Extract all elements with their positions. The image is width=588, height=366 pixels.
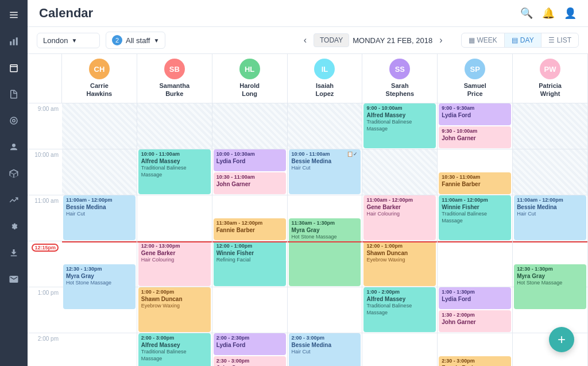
appt-bessie-patricia[interactable]: 11:00am - 12:00pm Bessie Medina Hair Cut	[514, 195, 586, 240]
cell-3-11[interactable]: 11:30am - 1:30pm Myra Gray Hot Stone Mas…	[288, 195, 362, 241]
calendar-container[interactable]: CH CarrieHawkins SB SamanthaBurke HL Har…	[28, 54, 588, 366]
box-icon[interactable]	[6, 165, 22, 182]
circle-icon[interactable]	[6, 113, 22, 129]
appt-gene-sarah[interactable]: 11:00am - 12:00pm Gene Barker Hair Colou…	[363, 195, 436, 240]
location-selector[interactable]: London ▼	[37, 33, 100, 48]
mail-icon[interactable]	[6, 271, 22, 287]
today-button[interactable]: TODAY	[314, 33, 349, 47]
cell-4-1[interactable]: 1:00 - 2:00pm Alfred Massey Traditional …	[362, 287, 437, 333]
appt-winnie-harold[interactable]: 12:00 - 1:00pm Winnie Fisher Refining Fa…	[214, 241, 286, 286]
cell-1-11[interactable]	[137, 195, 212, 241]
add-appointment-fab[interactable]: +	[549, 327, 574, 352]
grid-col-isaiah: 10:00 - 11:00am Bessie Medina Hair Cut 📋…	[288, 103, 363, 366]
day-view-button[interactable]: ▤ DAY	[505, 33, 541, 47]
appt-lydia-harold-2[interactable]: 2:00 - 2:30pm Lydia Ford	[214, 333, 286, 355]
cell-3-10[interactable]: 10:00 - 11:00am Bessie Medina Hair Cut 📋…	[288, 149, 362, 195]
grid-col-patricia: 11:00am - 12:00pm Bessie Medina Hair Cut…	[513, 103, 588, 366]
cell-6-11[interactable]: 11:00am - 12:00pm Bessie Medina Hair Cut	[513, 195, 587, 241]
appt-winnie-samuel[interactable]: 11:00am - 12:00pm Winnie Fisher Traditio…	[439, 195, 511, 240]
avatar-isaiah: IL	[314, 59, 335, 79]
cell-2-1[interactable]	[212, 287, 287, 333]
download-icon[interactable]	[6, 245, 22, 261]
appt-myra-isaiah[interactable]: 11:30am - 1:30pm Myra Gray Hot Stone Mas…	[289, 218, 361, 286]
date-navigation: ‹ TODAY MONDAY 21 FEB, 2018 ›	[300, 33, 446, 47]
cell-2-9[interactable]	[212, 103, 287, 149]
current-date-label: MONDAY 21 FEB, 2018	[353, 36, 432, 45]
receipt-icon[interactable]	[6, 86, 22, 102]
appt-shawn-samantha[interactable]: 1:00 - 2:00pm Shawn Duncan Eyebrow Waxin…	[138, 287, 211, 332]
bell-icon[interactable]: 🔔	[542, 7, 555, 20]
next-date-button[interactable]: ›	[436, 34, 446, 47]
cell-6-9[interactable]	[513, 103, 587, 149]
cell-5-1[interactable]: 1:00 - 1:30pm Lydia Ford 1:30 - 2:00pm J…	[438, 287, 512, 333]
appt-lydia-samuel-1[interactable]: 1:00 - 1:30pm Lydia Ford	[439, 287, 511, 309]
trending-icon[interactable]	[6, 192, 22, 208]
cell-0-10[interactable]	[62, 149, 137, 195]
cell-1-1[interactable]: 1:00 - 2:00pm Shawn Duncan Eyebrow Waxin…	[137, 287, 212, 333]
time-labels-column: 9:00 am 10:00 am 11:00 am 12:15pm 1:00 p…	[28, 103, 62, 366]
cell-0-2[interactable]	[62, 333, 137, 366]
person-icon[interactable]	[6, 139, 22, 155]
appt-lydia-samuel-9[interactable]: 9:00 - 9:30am Lydia Ford	[439, 103, 511, 125]
cell-5-2[interactable]: 2:30 - 3:00pm Fannie Barber	[438, 333, 512, 366]
cell-4-10[interactable]	[362, 149, 437, 195]
page-title: Calendar	[39, 6, 93, 21]
appt-bessie2-isaiah[interactable]: 2:00 - 3:00pm Bessie Medina Hair Cut	[289, 333, 361, 366]
cell-2-12[interactable]: 12:00 - 1:00pm Winnie Fisher Refining Fa…	[212, 241, 287, 287]
cell-2-10[interactable]: 10:00 - 10:30am Lydia Ford 10:30 - 11:00…	[212, 149, 287, 195]
cell-1-9[interactable]	[137, 103, 212, 149]
cell-2-2[interactable]: 2:00 - 2:30pm Lydia Ford 2:30 - 3:00pm J…	[212, 333, 287, 366]
appt-bessie-isaiah[interactable]: 10:00 - 11:00am Bessie Medina Hair Cut 📋…	[289, 149, 361, 194]
staff-col-2: HL HaroldLong	[212, 54, 288, 103]
header: Calendar 🔍 🔔 👤	[28, 0, 588, 27]
week-view-button[interactable]: ▦ WEEK	[462, 33, 505, 47]
cell-0-12[interactable]: 12:30 - 1:30pm Myra Gray Hot Stone Massa…	[62, 241, 137, 287]
cell-3-9[interactable]	[288, 103, 362, 149]
list-view-button[interactable]: ☰ LIST	[541, 33, 578, 47]
cell-4-12[interactable]: 12:00 - 1:00pm Shawn Duncan Eyebrow Waxi…	[362, 241, 437, 287]
appt-john-harold-2[interactable]: 2:30 - 3:00pm John Garner	[214, 356, 286, 366]
cell-4-11[interactable]: 11:00am - 12:00pm Gene Barker Hair Colou…	[362, 195, 437, 241]
appt-myra-stone-carrie[interactable]: 12:30 - 1:30pm Myra Gray Hot Stone Massa…	[63, 264, 136, 309]
cell-6-10[interactable]	[513, 149, 587, 195]
appt-fannie-harold-11[interactable]: 11:30am - 12:00pm Fannie Barber	[214, 218, 286, 240]
chart-icon[interactable]	[6, 33, 22, 49]
appt-myra-patricia[interactable]: 12:30 - 1:30pm Myra Gray Hot Stone Massa…	[514, 264, 586, 309]
cell-1-12[interactable]: 12:00 - 13:00pm Gene Barker Hair Colouri…	[137, 241, 212, 287]
user-icon[interactable]: 👤	[564, 7, 577, 20]
appt-alfred-sarah-9[interactable]: 9:00 - 10:00am Alfred Massey Traditional…	[363, 103, 436, 148]
appt-alfred-samantha[interactable]: 10:00 - 11:00am Alfred Massey Traditiona…	[138, 149, 211, 194]
prev-date-button[interactable]: ‹	[300, 34, 310, 47]
appt-lydia-harold[interactable]: 10:00 - 10:30am Lydia Ford	[214, 149, 286, 171]
cell-6-12[interactable]: 12:30 - 1:30pm Myra Gray Hot Stone Massa…	[513, 241, 587, 287]
cell-5-11[interactable]: 11:00am - 12:00pm Winnie Fisher Traditio…	[438, 195, 512, 241]
appt-john-samuel-1[interactable]: 1:30 - 2:00pm John Garner	[439, 310, 511, 332]
cell-0-9[interactable]	[62, 103, 137, 149]
cell-4-9[interactable]: 9:00 - 10:00am Alfred Massey Traditional…	[362, 103, 437, 149]
appt-alfred2-sarah[interactable]: 1:00 - 2:00pm Alfred Massey Traditional …	[363, 287, 436, 332]
cell-2-11[interactable]: 11:30am - 12:00pm Fannie Barber	[212, 195, 287, 241]
appt-fannie-samuel-2[interactable]: 2:30 - 3:00pm Fannie Barber	[439, 356, 511, 366]
appt-john-harold-10[interactable]: 10:30 - 11:00am John Garner	[214, 172, 286, 194]
menu-icon[interactable]	[6, 7, 22, 23]
cell-5-10[interactable]: 10:30 - 11:00am Fannie Barber	[438, 149, 512, 195]
settings-icon[interactable]	[6, 218, 22, 234]
cell-4-2[interactable]	[362, 333, 437, 366]
cell-5-9[interactable]: 9:00 - 9:30am Lydia Ford 9:30 - 10:00am …	[438, 103, 512, 149]
appt-alfred2-samantha[interactable]: 2:00 - 3:00pm Alfred Massey Traditional …	[138, 333, 211, 366]
cell-3-2[interactable]: 2:00 - 3:00pm Bessie Medina Hair Cut	[288, 333, 362, 366]
appt-john-samuel-9[interactable]: 9:30 - 10:00am John Garner	[439, 126, 511, 148]
cell-5-12[interactable]	[438, 241, 512, 287]
cell-3-1[interactable]	[288, 287, 362, 333]
time-grid: 9:00 am 10:00 am 11:00 am 12:15pm 1:00 p…	[28, 103, 588, 366]
cell-1-2[interactable]: 2:00 - 3:00pm Alfred Massey Traditional …	[137, 333, 212, 366]
appt-fannie-samuel-10[interactable]: 10:30 - 11:00am Fannie Barber	[439, 172, 511, 194]
appt-shawn-sarah[interactable]: 12:00 - 1:00pm Shawn Duncan Eyebrow Waxi…	[363, 241, 436, 286]
calendar-icon[interactable]	[6, 60, 22, 76]
cell-0-11[interactable]: 11:00am - 12:00pm Bessie Medina Hair Cut	[62, 195, 137, 241]
cell-1-10[interactable]: 10:00 - 11:00am Alfred Massey Traditiona…	[137, 149, 212, 195]
staff-selector[interactable]: 2 All staff ▼	[106, 32, 165, 49]
search-icon[interactable]: 🔍	[520, 7, 533, 20]
appt-gene-samantha[interactable]: 12:00 - 13:00pm Gene Barker Hair Colouri…	[138, 241, 211, 286]
appt-bessie-haircut-carrie[interactable]: 11:00am - 12:00pm Bessie Medina Hair Cut	[63, 195, 136, 240]
